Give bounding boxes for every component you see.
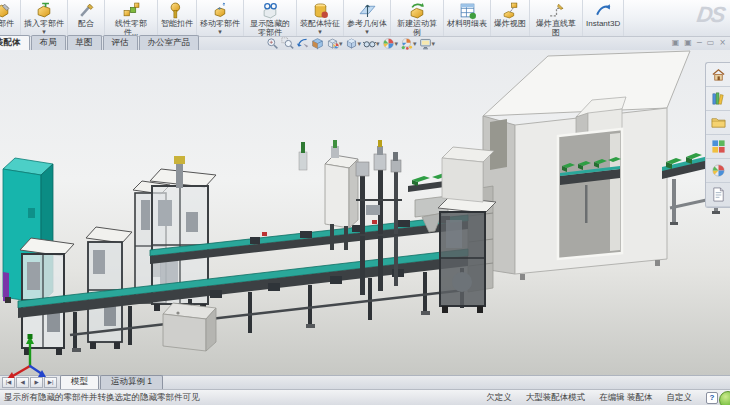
design-library-icon	[711, 91, 726, 106]
restore[interactable]: ▭	[707, 37, 715, 48]
command-button[interactable]: 新建运动算例 ▾	[391, 0, 444, 36]
chevron-down-icon[interactable]: ▾	[318, 29, 322, 35]
machine-enclosure[interactable]	[468, 51, 690, 292]
ribbon-tab[interactable]: 办公室产品	[139, 35, 200, 50]
previous-view-icon	[296, 37, 309, 50]
reference-geometry-icon	[359, 2, 376, 19]
move-component-icon	[212, 2, 229, 19]
quick-tips-indicator[interactable]	[719, 391, 730, 405]
tab-nav-button[interactable]: |◀	[2, 377, 15, 388]
chevron-down-icon[interactable]: ▾	[365, 29, 369, 35]
command-button[interactable]: 插入零部件 ▾	[21, 0, 68, 36]
view-tool-button[interactable]: ▾	[265, 37, 280, 50]
command-button[interactable]: 零部件 ▾	[0, 0, 21, 36]
zoom-fit-icon	[266, 37, 279, 50]
large-assembly-mode: 大型装配体模式	[526, 392, 586, 404]
command-button[interactable]: 参考几何体 ▾	[344, 0, 391, 36]
tab-nav-button[interactable]: ▶|	[44, 377, 57, 388]
heads-up-view-toolbar: ▾ ▾ ▾ ▾ ▾ ▾ ▾	[265, 37, 436, 50]
view-tool-button[interactable]: ▾	[381, 37, 400, 50]
press-station[interactable]	[356, 140, 402, 295]
ribbon-tab[interactable]: 草图	[67, 35, 102, 50]
apply-scene-icon	[400, 37, 413, 50]
pane-toggle-2[interactable]: ▣	[684, 37, 692, 48]
view-tool-button[interactable]: ▾	[399, 37, 418, 50]
command-button[interactable]: 移动零部件 ▾	[197, 0, 244, 36]
task-pane-button[interactable]	[706, 183, 730, 207]
help-icon[interactable]: ?	[706, 392, 718, 404]
chevron-down-icon[interactable]: ▾	[42, 29, 46, 35]
chevron-down-icon[interactable]: ▾	[218, 29, 222, 35]
solidworks-window: 零部件 ▾ 插入零部件 ▾ 配合 ▾ 线性零部件... ▾ 智能扣件 ▾ 移动零	[0, 0, 730, 405]
task-pane-button[interactable]	[706, 87, 730, 111]
status-right: 欠定义 大型装配体模式 在编辑 装配体 自定义 ?	[486, 392, 718, 404]
explode-line-icon	[548, 2, 565, 19]
command-button[interactable]: 线性零部件... ▾	[105, 0, 158, 36]
smart-fastener-icon	[169, 2, 186, 19]
ribbon-tab[interactable]: 布局	[31, 35, 66, 50]
chevron-down-icon[interactable]: ▾	[339, 40, 343, 48]
command-button[interactable]: 爆炸视图 ▾	[491, 0, 530, 36]
chevron-down-icon[interactable]: ▾	[432, 40, 436, 48]
editing-state: 在编辑 装配体	[599, 392, 652, 404]
command-button[interactable]: 配合 ▾	[68, 0, 105, 36]
linear-pattern-icon	[123, 2, 140, 19]
pane-toggle-1[interactable]: ▣	[672, 37, 680, 48]
view-tool-button[interactable]: ▾	[418, 37, 437, 50]
command-button[interactable]: 材料明细表 ▾	[444, 0, 491, 36]
exploded-view-icon	[502, 2, 519, 19]
instant3d-icon	[595, 2, 612, 19]
command-button[interactable]: 爆炸直线草图 ▾	[530, 0, 583, 36]
command-button[interactable]: 装配体特征 ▾	[297, 0, 344, 36]
edit-component-icon	[0, 2, 11, 19]
task-pane	[705, 62, 730, 208]
view-tool-button[interactable]: ▾	[280, 37, 295, 50]
view-tool-button[interactable]: ▾	[310, 37, 325, 50]
command-label: 爆炸直线草图	[533, 20, 579, 37]
bottle-fixture[interactable]	[299, 142, 307, 170]
view-tool-button[interactable]: ▾	[344, 37, 363, 50]
command-button[interactable]: 显示隐藏的零部件 ▾	[244, 0, 297, 36]
resources-icon	[711, 67, 726, 82]
ribbon-tab[interactable]: 评估	[103, 35, 138, 50]
command-label: 材料明细表	[447, 20, 487, 29]
close[interactable]: ×	[719, 37, 726, 48]
view-settings-icon	[419, 37, 432, 50]
minimize[interactable]: ─	[697, 37, 702, 48]
chevron-down-icon[interactable]: ▾	[413, 40, 417, 48]
assembly-3d-view[interactable]	[0, 50, 730, 378]
view-tool-button[interactable]: ▾	[295, 37, 310, 50]
zoom-area-icon	[281, 37, 294, 50]
task-pane-button[interactable]	[706, 111, 730, 135]
ribbon-tab[interactable]: 装配体	[0, 35, 30, 50]
define-state: 欠定义	[486, 392, 512, 404]
task-pane-button[interactable]	[706, 135, 730, 159]
command-label: 新建运动算例	[394, 20, 440, 37]
floor-control-box[interactable]	[163, 303, 216, 351]
command-button[interactable]: 智能扣件 ▾	[158, 0, 197, 36]
appearances-scenes-icon	[711, 163, 726, 178]
command-button[interactable]: Instant3D ▾	[583, 0, 624, 36]
hide-show-items-icon	[363, 37, 376, 50]
view-tool-button[interactable]: ▾	[362, 37, 381, 50]
command-label: 智能扣件	[161, 20, 193, 29]
graphics-area[interactable]	[0, 50, 730, 375]
motion-study-icon	[409, 2, 426, 19]
command-manager: 零部件 ▾ 插入零部件 ▾ 配合 ▾ 线性零部件... ▾ 智能扣件 ▾ 移动零	[0, 0, 730, 37]
chevron-down-icon[interactable]: ▾	[395, 40, 399, 48]
command-label: 显示隐藏的零部件	[247, 20, 293, 37]
door-opening[interactable]	[558, 129, 622, 259]
view-palette-icon	[711, 139, 726, 154]
chevron-down-icon[interactable]: ▾	[358, 40, 362, 48]
command-label: Instant3D	[586, 20, 620, 29]
assembly-features-icon	[312, 2, 329, 19]
customize-link[interactable]: 自定义	[667, 392, 693, 404]
task-pane-button[interactable]	[706, 63, 730, 87]
lower-conveyor[interactable]	[18, 249, 468, 352]
tab-nav-button[interactable]: ▶	[30, 377, 43, 388]
task-pane-button[interactable]	[706, 159, 730, 183]
ribbon-tab-row: 装配体 布局 草图 评估 办公室产品 ▾ ▾ ▾	[0, 37, 730, 50]
tab-nav-button[interactable]: ◀	[16, 377, 29, 388]
chevron-down-icon[interactable]: ▾	[376, 40, 380, 48]
view-tool-button[interactable]: ▾	[325, 37, 344, 50]
